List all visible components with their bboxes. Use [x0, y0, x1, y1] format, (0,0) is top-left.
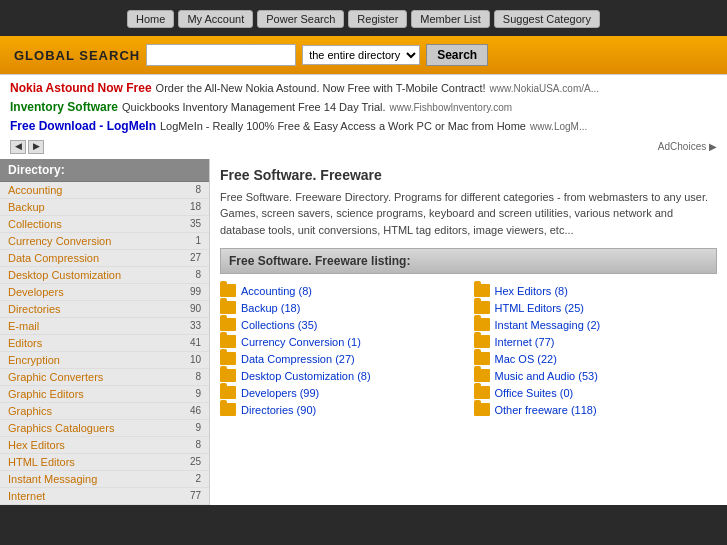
listing-link[interactable]: Data Compression (27) [241, 353, 355, 365]
listing-link[interactable]: Collections (35) [241, 319, 317, 331]
sidebar-count: 90 [190, 303, 201, 315]
ad-next-arrow[interactable]: ▶ [28, 140, 44, 154]
sidebar-link[interactable]: Graphics Cataloguers [8, 422, 114, 434]
ad3-text: LogMeIn - Really 100% Free & Easy Access… [160, 118, 526, 136]
listing-link[interactable]: Internet (77) [495, 336, 555, 348]
folder-icon [220, 352, 236, 365]
sidebar-link[interactable]: Internet [8, 490, 45, 502]
sidebar-link[interactable]: Accounting [8, 184, 62, 196]
sidebar-item-backup[interactable]: Backup18 [0, 199, 209, 216]
sidebar-count: 10 [190, 354, 201, 366]
listing-link[interactable]: Hex Editors (8) [495, 285, 568, 297]
listing-link[interactable]: Other freeware (118) [495, 404, 597, 416]
listing-link[interactable]: Developers (99) [241, 387, 319, 399]
listing-link[interactable]: Instant Messaging (2) [495, 319, 601, 331]
listing-header: Free Software. Freeware listing: [220, 248, 717, 274]
sidebar-item-graphics[interactable]: Graphics46 [0, 403, 209, 420]
folder-icon [474, 386, 490, 399]
folder-icon [474, 369, 490, 382]
search-dropdown[interactable]: the entire directory [302, 45, 420, 65]
nav-btn-home[interactable]: Home [127, 10, 174, 28]
listing-item: Music and Audio (53) [474, 367, 718, 384]
folder-icon [220, 284, 236, 297]
sidebar-link[interactable]: Desktop Customization [8, 269, 121, 281]
sidebar-count: 35 [190, 218, 201, 230]
folder-icon [220, 335, 236, 348]
nav-btn-suggest-category[interactable]: Suggest Category [494, 10, 600, 28]
sidebar-link[interactable]: Graphic Converters [8, 371, 103, 383]
listing-link[interactable]: Music and Audio (53) [495, 370, 598, 382]
sidebar-item-hex-editors[interactable]: Hex Editors8 [0, 437, 209, 454]
sidebar-link[interactable]: Backup [8, 201, 45, 213]
listing-item: Collections (35) [220, 316, 464, 333]
sidebar-count: 46 [190, 405, 201, 417]
nav-btn-member-list[interactable]: Member List [411, 10, 490, 28]
search-input[interactable] [146, 44, 296, 66]
sidebar-link[interactable]: Collections [8, 218, 62, 230]
listing-item: Desktop Customization (8) [220, 367, 464, 384]
sidebar-item-data-compression[interactable]: Data Compression27 [0, 250, 209, 267]
sidebar-count: 99 [190, 286, 201, 298]
sidebar-item-internet[interactable]: Internet77 [0, 488, 209, 505]
sidebar-link[interactable]: Encryption [8, 354, 60, 366]
listing-link[interactable]: Directories (90) [241, 404, 316, 416]
sidebar-item-developers[interactable]: Developers99 [0, 284, 209, 301]
sidebar-count: 18 [190, 201, 201, 213]
sidebar-count: 27 [190, 252, 201, 264]
sidebar-item-instant-messaging[interactable]: Instant Messaging2 [0, 471, 209, 488]
ad-strip: Nokia Astound Now Free Order the All-New… [0, 74, 727, 159]
listing-link[interactable]: Backup (18) [241, 302, 300, 314]
sidebar-link[interactable]: Directories [8, 303, 61, 315]
folder-icon [474, 352, 490, 365]
listing-item: Currency Conversion (1) [220, 333, 464, 350]
ad1-bold: Nokia Astound Now Free [10, 79, 152, 98]
sidebar-count: 2 [195, 473, 201, 485]
nav-btn-my-account[interactable]: My Account [178, 10, 253, 28]
sidebar-item-e-mail[interactable]: E-mail33 [0, 318, 209, 335]
sidebar-count: 25 [190, 456, 201, 468]
sidebar-item-currency-conversion[interactable]: Currency Conversion1 [0, 233, 209, 250]
sidebar-link[interactable]: Graphic Editors [8, 388, 84, 400]
listing-link[interactable]: Mac OS (22) [495, 353, 557, 365]
ad2-text: Quickbooks Inventory Management Free 14 … [122, 99, 386, 117]
listing-link[interactable]: Currency Conversion (1) [241, 336, 361, 348]
sidebar-link[interactable]: Data Compression [8, 252, 99, 264]
ad3-bold: Free Download - LogMeIn [10, 117, 156, 136]
sidebar-link[interactable]: E-mail [8, 320, 39, 332]
sidebar-item-accounting[interactable]: Accounting8 [0, 182, 209, 199]
ad-prev-arrow[interactable]: ◀ [10, 140, 26, 154]
nav-btn-power-search[interactable]: Power Search [257, 10, 344, 28]
sidebar-item-graphics-cataloguers[interactable]: Graphics Cataloguers9 [0, 420, 209, 437]
sidebar-link[interactable]: Currency Conversion [8, 235, 111, 247]
search-label: GLOBAL SEARCH [14, 48, 140, 63]
listing-link[interactable]: Accounting (8) [241, 285, 312, 297]
sidebar-item-directories[interactable]: Directories90 [0, 301, 209, 318]
sidebar-link[interactable]: Developers [8, 286, 64, 298]
sidebar-count: 8 [195, 184, 201, 196]
nav-btn-register[interactable]: Register [348, 10, 407, 28]
sidebar-count: 8 [195, 439, 201, 451]
listing-link[interactable]: HTML Editors (25) [495, 302, 584, 314]
ad-row-2: Inventory Software Quickbooks Inventory … [10, 98, 717, 117]
folder-icon [220, 369, 236, 382]
sidebar-item-editors[interactable]: Editors41 [0, 335, 209, 352]
sidebar-item-html-editors[interactable]: HTML Editors25 [0, 454, 209, 471]
search-button[interactable]: Search [426, 44, 488, 66]
listing-link[interactable]: Office Suites (0) [495, 387, 574, 399]
listing-item: Directories (90) [220, 401, 464, 418]
ad-nav-arrows: ◀ ▶ [10, 140, 44, 154]
sidebar-link[interactable]: Graphics [8, 405, 52, 417]
sidebar-item-graphic-editors[interactable]: Graphic Editors9 [0, 386, 209, 403]
sidebar-link[interactable]: Instant Messaging [8, 473, 97, 485]
sidebar-item-collections[interactable]: Collections35 [0, 216, 209, 233]
main-layout: Directory: Accounting8Backup18Collection… [0, 159, 727, 505]
sidebar-item-encryption[interactable]: Encryption10 [0, 352, 209, 369]
sidebar-link[interactable]: Hex Editors [8, 439, 65, 451]
sidebar-link[interactable]: Editors [8, 337, 42, 349]
sidebar-link[interactable]: HTML Editors [8, 456, 75, 468]
sidebar-count: 1 [195, 235, 201, 247]
folder-icon [220, 318, 236, 331]
sidebar-item-graphic-converters[interactable]: Graphic Converters8 [0, 369, 209, 386]
sidebar-item-desktop-customization[interactable]: Desktop Customization8 [0, 267, 209, 284]
listing-link[interactable]: Desktop Customization (8) [241, 370, 371, 382]
